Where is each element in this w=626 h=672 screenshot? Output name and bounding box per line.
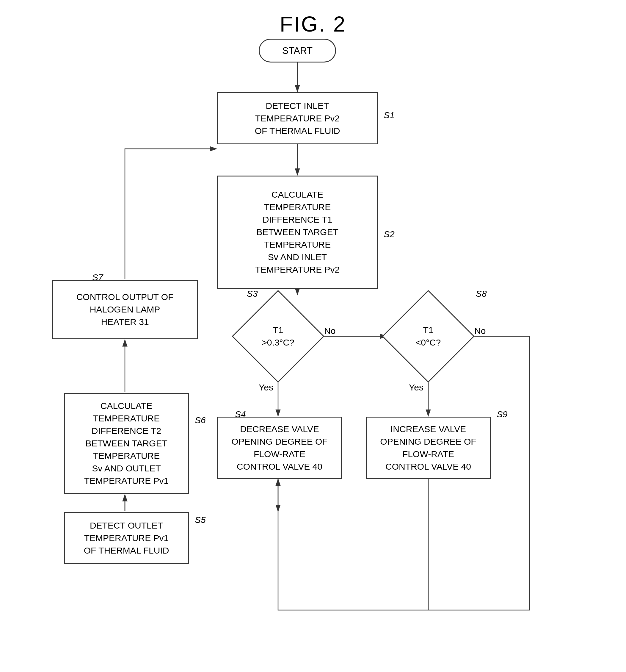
s3-diamond-wrapper: T1>0.3°C? xyxy=(236,295,320,378)
s4-step: S4 xyxy=(235,409,246,419)
s9-box: INCREASE VALVEOPENING DEGREE OFFLOW-RATE… xyxy=(366,417,491,479)
start-node: START xyxy=(259,39,336,63)
s3-no-label: No xyxy=(324,326,335,336)
s8-no-label: No xyxy=(474,326,486,336)
s8-yes-label: Yes xyxy=(409,382,424,392)
s5-box: DETECT OUTLETTEMPERATURE Pv1OF THERMAL F… xyxy=(64,512,189,564)
s8-step: S8 xyxy=(476,289,487,299)
s3-step: S3 xyxy=(247,289,258,299)
s7-step: S7 xyxy=(92,272,103,283)
start-label: START xyxy=(282,45,312,56)
s8-text: T1<0°C? xyxy=(416,324,441,349)
s8-diamond-wrapper: T1<0°C? xyxy=(386,295,470,378)
s1-box: DETECT INLETTEMPERATURE Pv2OF THERMAL FL… xyxy=(217,92,378,144)
s7-box: CONTROL OUTPUT OFHALOGEN LAMPHEATER 31 xyxy=(52,280,198,339)
s7-label: CONTROL OUTPUT OFHALOGEN LAMPHEATER 31 xyxy=(76,291,174,328)
s6-box: CALCULATETEMPERATUREDIFFERENCE T2BETWEEN… xyxy=(64,393,189,494)
figure-title: FIG. 2 xyxy=(0,12,626,36)
diagram-container: FIG. 2 xyxy=(0,0,626,672)
s4-box: DECREASE VALVEOPENING DEGREE OFFLOW-RATE… xyxy=(217,417,342,479)
s5-step: S5 xyxy=(195,515,206,525)
s5-label: DETECT OUTLETTEMPERATURE Pv1OF THERMAL F… xyxy=(84,519,169,557)
s1-step: S1 xyxy=(384,110,395,120)
s4-label: DECREASE VALVEOPENING DEGREE OFFLOW-RATE… xyxy=(231,423,327,473)
s2-label: CALCULATETEMPERATUREDIFFERENCE T1BETWEEN… xyxy=(255,188,340,276)
s6-step: S6 xyxy=(195,415,206,425)
s3-yes-label: Yes xyxy=(259,382,273,392)
s3-text: T1>0.3°C? xyxy=(262,324,294,349)
s9-label: INCREASE VALVEOPENING DEGREE OFFLOW-RATE… xyxy=(380,423,476,473)
s2-step: S2 xyxy=(384,229,395,239)
s6-label: CALCULATETEMPERATUREDIFFERENCE T2BETWEEN… xyxy=(84,400,169,487)
s1-label: DETECT INLETTEMPERATURE Pv2OF THERMAL FL… xyxy=(255,100,340,137)
s9-step: S9 xyxy=(497,409,508,419)
s2-box: CALCULATETEMPERATUREDIFFERENCE T1BETWEEN… xyxy=(217,175,378,289)
